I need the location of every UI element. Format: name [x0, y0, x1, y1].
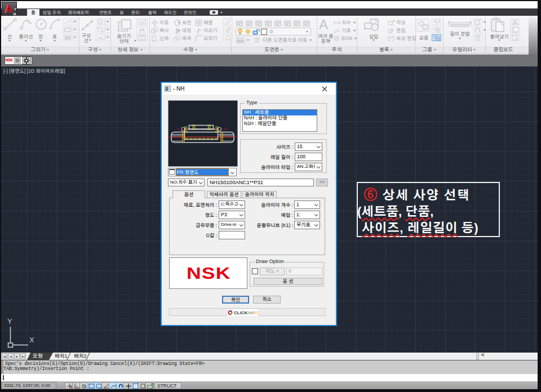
svg-text:AA: AA	[140, 21, 144, 24]
svg-text:A: A	[141, 28, 144, 32]
svg-text:Y: Y	[7, 317, 12, 326]
svg-text:A: A	[336, 29, 340, 33]
svg-text:X: X	[29, 336, 34, 344]
